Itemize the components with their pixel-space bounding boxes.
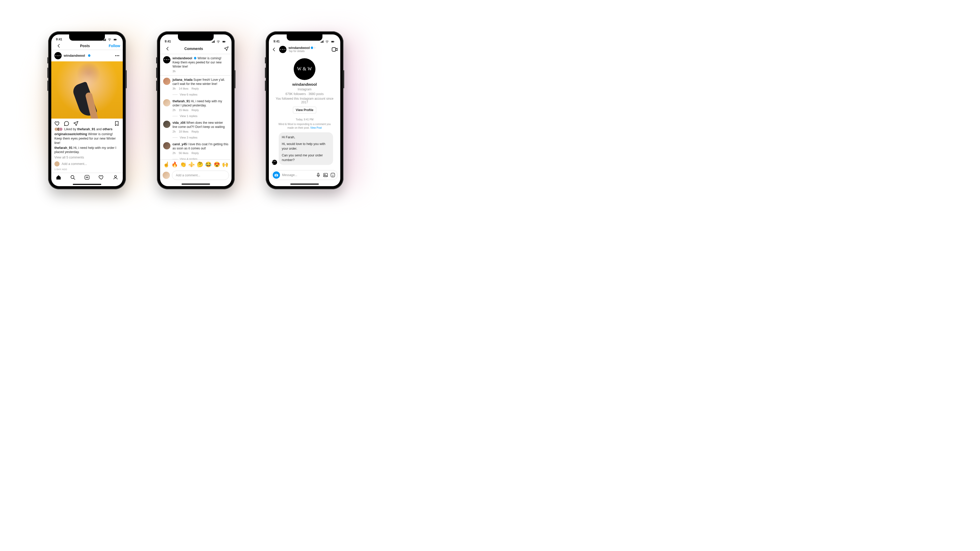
wifi-icon — [325, 40, 329, 43]
liked-by[interactable]: Liked by thefarah_91 and others — [51, 127, 123, 132]
op-user[interactable]: windandwool — [172, 56, 192, 60]
message-bubble: Hi Farah, Hi, would love to help you wit… — [278, 132, 333, 165]
commenter-avatar[interactable] — [163, 121, 170, 128]
view-replies[interactable]: View 3 replies — [163, 135, 228, 140]
add-comment[interactable]: Add a comment... — [51, 160, 123, 168]
commenter-avatar[interactable] — [163, 142, 170, 149]
tab-home[interactable] — [56, 175, 61, 180]
c-reply[interactable]: Reply — [192, 108, 199, 112]
c-time: 2h — [172, 151, 176, 155]
back-button[interactable] — [271, 44, 277, 55]
back-button[interactable] — [163, 44, 173, 54]
view-replies[interactable]: View 4 replies — [163, 156, 228, 159]
op-caption: W & W windandwool Winter is coming! Keep… — [163, 54, 228, 74]
battery-icon — [221, 40, 227, 43]
photo-button[interactable] — [323, 172, 328, 178]
commenter-user[interactable]: vida_z04 — [172, 121, 185, 125]
profile-stats: 679K followers · 3680 posts — [285, 92, 323, 96]
share-button[interactable] — [215, 44, 229, 54]
post-header[interactable]: W & W windandwool ••• — [51, 50, 123, 61]
emoji-btn[interactable]: ☝️ — [163, 161, 170, 168]
your-avatar — [54, 161, 60, 167]
battery-icon — [112, 38, 118, 41]
msg-line: Can you send me your order number? — [282, 153, 330, 162]
comment-1: thefarah_91 Hi, i need help with my orde… — [54, 146, 120, 155]
tab-search[interactable] — [70, 175, 76, 180]
follow-button[interactable]: Follow — [106, 44, 120, 48]
phone-post: 9:41 Posts Follow W & W windandwool ••• — [48, 31, 126, 189]
commenter-avatar[interactable] — [163, 78, 170, 85]
verified-icon — [194, 57, 197, 60]
thread-context: Wind & Wool is responding to a comment y… — [269, 122, 340, 132]
c-reply[interactable]: Reply — [192, 151, 199, 155]
camera-button[interactable] — [273, 171, 280, 179]
view-replies[interactable]: View 1 replies — [163, 113, 228, 119]
post-image[interactable] — [51, 61, 123, 119]
message-placeholder: Message... — [282, 173, 313, 177]
tab-add[interactable] — [84, 175, 90, 180]
author-avatar[interactable]: W & W — [54, 52, 62, 59]
emoji-btn[interactable]: 🙌 — [222, 161, 228, 168]
c-likes[interactable]: 56 likes — [179, 151, 188, 155]
emoji-btn[interactable]: 😍 — [214, 161, 220, 168]
topbar: Posts Follow — [51, 42, 123, 50]
more-button[interactable]: ••• — [115, 54, 120, 58]
msg-avatar: W & W — [272, 160, 277, 165]
mic-button[interactable] — [316, 172, 321, 178]
c-time: 2h — [172, 108, 176, 112]
commenter-user[interactable]: thefarah_91 — [172, 99, 190, 103]
emoji-btn[interactable]: 👏 — [180, 161, 186, 168]
view-profile-button[interactable]: View Profile — [293, 107, 316, 113]
share-button[interactable] — [73, 121, 79, 126]
commenter-avatar[interactable] — [163, 99, 170, 106]
phone-comments: 9:41 Comments W & W windandwool Winter i — [157, 31, 235, 189]
c-reply[interactable]: Reply — [192, 130, 199, 133]
verified-icon — [88, 54, 91, 57]
back-button[interactable] — [54, 42, 64, 50]
c-likes[interactable]: 18 likes — [179, 130, 188, 133]
dm-title[interactable]: windandwool Tap for details — [288, 46, 316, 52]
emoji-bar: ☝️ 🔥 👏 ⚜️ 🤔 😂 😍 🙌 — [160, 159, 232, 169]
emoji-btn[interactable]: ⚜️ — [188, 161, 195, 168]
tab-profile[interactable] — [113, 175, 118, 180]
author-avatar[interactable]: W & W — [163, 56, 170, 64]
view-post-link[interactable]: View Post — [310, 126, 322, 129]
video-call-button[interactable] — [331, 46, 338, 52]
page-title: Comments — [173, 47, 215, 51]
liked-by-others[interactable]: others — [103, 127, 112, 131]
view-replies[interactable]: View 6 replies — [163, 92, 228, 97]
profile-avatar[interactable]: W & W — [294, 58, 315, 80]
dm-username: windandwool — [288, 46, 310, 50]
view-all-comments[interactable]: View all 5 comments — [54, 156, 120, 160]
sticker-button[interactable] — [330, 172, 336, 178]
c-likes[interactable]: 15 likes — [179, 108, 188, 112]
commenter-user[interactable]: juliana_triada — [172, 78, 192, 81]
c-time: 2h — [172, 130, 176, 133]
message-input[interactable]: Message... — [271, 170, 338, 180]
liked-by-user[interactable]: thefarah_91 — [77, 127, 95, 131]
caption-user[interactable]: originalcoastclothing — [54, 132, 87, 136]
save-button[interactable] — [114, 121, 120, 126]
author-username[interactable]: windandwool — [64, 54, 85, 57]
c-likes[interactable]: 14 likes — [179, 87, 188, 91]
signal-icon — [321, 40, 324, 43]
comment-item: carol_y45 I love this coat I'm getting t… — [163, 140, 228, 156]
comment-button[interactable] — [64, 121, 69, 126]
battery-icon — [330, 40, 336, 43]
tab-activity[interactable] — [99, 175, 104, 180]
profile-followed: You followed this Instagram account sinc… — [274, 97, 335, 104]
dm-avatar[interactable]: W & W — [279, 46, 286, 53]
wifi-icon — [108, 38, 111, 41]
like-button[interactable] — [54, 121, 60, 126]
comment-user[interactable]: thefarah_91 — [54, 146, 73, 150]
message-input-row: Message... — [269, 168, 340, 182]
comment-input[interactable]: Add a comment... — [172, 171, 229, 180]
add-comment-placeholder: Add a comment... — [62, 162, 87, 166]
emoji-btn[interactable]: 😂 — [205, 161, 212, 168]
c-reply[interactable]: Reply — [192, 87, 199, 91]
status-time: 9:41 — [56, 38, 62, 41]
commenter-user[interactable]: carol_y45 — [172, 143, 187, 146]
emoji-btn[interactable]: 🔥 — [172, 161, 178, 168]
comment-item: juliana_triada Super fresh! Love y'all. … — [163, 76, 228, 92]
emoji-btn[interactable]: 🤔 — [197, 161, 203, 168]
